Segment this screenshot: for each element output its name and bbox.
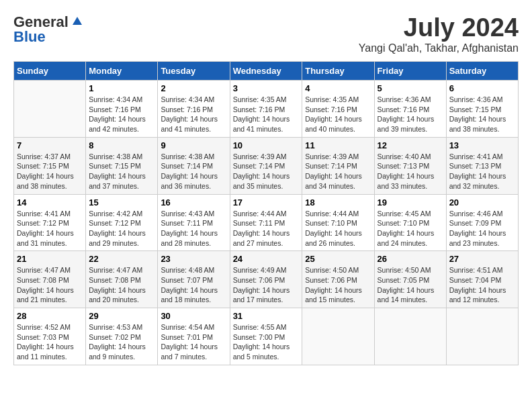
calendar-header-sunday: Sunday [14, 62, 86, 81]
day-number: 27 [449, 254, 515, 264]
day-detail: Sunrise: 4:48 AM Sunset: 7:07 PM Dayligh… [161, 265, 226, 305]
calendar-cell: 11Sunrise: 4:39 AM Sunset: 7:14 PM Dayli… [302, 137, 374, 194]
day-number: 6 [449, 83, 515, 93]
calendar-cell: 14Sunrise: 4:41 AM Sunset: 7:12 PM Dayli… [14, 194, 86, 251]
day-detail: Sunrise: 4:50 AM Sunset: 7:06 PM Dayligh… [305, 265, 371, 305]
day-number: 21 [17, 254, 83, 264]
calendar-cell [14, 81, 86, 138]
day-detail: Sunrise: 4:35 AM Sunset: 7:16 PM Dayligh… [305, 95, 371, 134]
calendar-cell: 24Sunrise: 4:49 AM Sunset: 7:06 PM Dayli… [230, 251, 302, 308]
day-number: 11 [305, 140, 371, 150]
day-detail: Sunrise: 4:44 AM Sunset: 7:10 PM Dayligh… [305, 209, 371, 248]
day-detail: Sunrise: 4:35 AM Sunset: 7:16 PM Dayligh… [233, 95, 300, 134]
calendar-cell: 23Sunrise: 4:48 AM Sunset: 7:07 PM Dayli… [158, 251, 230, 308]
day-number: 30 [161, 311, 226, 321]
day-detail: Sunrise: 4:51 AM Sunset: 7:04 PM Dayligh… [449, 265, 515, 305]
calendar-week-row: 21Sunrise: 4:47 AM Sunset: 7:08 PM Dayli… [14, 251, 519, 308]
day-number: 17 [233, 197, 300, 208]
calendar-cell: 17Sunrise: 4:44 AM Sunset: 7:11 PM Dayli… [230, 194, 302, 251]
day-number: 31 [233, 311, 300, 321]
calendar-cell: 9Sunrise: 4:38 AM Sunset: 7:14 PM Daylig… [158, 137, 230, 194]
day-number: 7 [17, 140, 83, 150]
day-number: 23 [161, 254, 226, 264]
day-detail: Sunrise: 4:38 AM Sunset: 7:14 PM Dayligh… [161, 152, 226, 191]
day-number: 24 [233, 254, 300, 264]
day-detail: Sunrise: 4:34 AM Sunset: 7:16 PM Dayligh… [161, 95, 226, 134]
day-number: 29 [89, 311, 154, 321]
day-detail: Sunrise: 4:42 AM Sunset: 7:12 PM Dayligh… [89, 209, 154, 248]
calendar-cell: 22Sunrise: 4:47 AM Sunset: 7:08 PM Dayli… [86, 251, 158, 308]
calendar-week-row: 28Sunrise: 4:52 AM Sunset: 7:03 PM Dayli… [14, 308, 519, 365]
calendar-week-row: 1Sunrise: 4:34 AM Sunset: 7:16 PM Daylig… [14, 81, 519, 138]
calendar-cell: 3Sunrise: 4:35 AM Sunset: 7:16 PM Daylig… [230, 81, 302, 138]
day-number: 26 [378, 254, 443, 264]
calendar-cell: 30Sunrise: 4:54 AM Sunset: 7:01 PM Dayli… [158, 308, 230, 365]
day-number: 16 [161, 197, 226, 208]
day-number: 3 [233, 83, 300, 93]
calendar-cell: 7Sunrise: 4:37 AM Sunset: 7:15 PM Daylig… [14, 137, 86, 194]
day-number: 18 [305, 197, 371, 208]
day-detail: Sunrise: 4:38 AM Sunset: 7:15 PM Dayligh… [89, 152, 154, 191]
calendar-cell [446, 308, 518, 365]
day-detail: Sunrise: 4:36 AM Sunset: 7:15 PM Dayligh… [449, 95, 515, 134]
day-detail: Sunrise: 4:41 AM Sunset: 7:12 PM Dayligh… [17, 209, 83, 248]
day-detail: Sunrise: 4:53 AM Sunset: 7:02 PM Dayligh… [89, 322, 154, 362]
calendar-cell: 31Sunrise: 4:55 AM Sunset: 7:00 PM Dayli… [230, 308, 302, 365]
logo-arrow-icon [71, 15, 83, 30]
day-number: 14 [17, 197, 83, 208]
day-detail: Sunrise: 4:34 AM Sunset: 7:16 PM Dayligh… [89, 95, 154, 134]
day-detail: Sunrise: 4:47 AM Sunset: 7:08 PM Dayligh… [89, 265, 154, 305]
calendar-cell: 6Sunrise: 4:36 AM Sunset: 7:15 PM Daylig… [446, 81, 518, 138]
calendar-cell: 4Sunrise: 4:35 AM Sunset: 7:16 PM Daylig… [302, 81, 374, 138]
calendar-cell: 26Sunrise: 4:50 AM Sunset: 7:05 PM Dayli… [374, 251, 446, 308]
day-detail: Sunrise: 4:41 AM Sunset: 7:13 PM Dayligh… [449, 152, 515, 191]
title-section: July 2024 Yangi Qal'ah, Takhar, Afghanis… [359, 13, 519, 54]
calendar-cell: 28Sunrise: 4:52 AM Sunset: 7:03 PM Dayli… [14, 308, 86, 365]
logo: General Blue [13, 13, 83, 46]
day-number: 12 [378, 140, 443, 150]
day-detail: Sunrise: 4:39 AM Sunset: 7:14 PM Dayligh… [305, 152, 371, 191]
day-detail: Sunrise: 4:45 AM Sunset: 7:10 PM Dayligh… [378, 209, 443, 248]
day-number: 19 [378, 197, 443, 208]
day-detail: Sunrise: 4:46 AM Sunset: 7:09 PM Dayligh… [449, 209, 515, 248]
day-detail: Sunrise: 4:36 AM Sunset: 7:16 PM Dayligh… [378, 95, 443, 134]
calendar-header-monday: Monday [86, 62, 158, 81]
calendar-cell: 10Sunrise: 4:39 AM Sunset: 7:14 PM Dayli… [230, 137, 302, 194]
calendar-cell: 29Sunrise: 4:53 AM Sunset: 7:02 PM Dayli… [86, 308, 158, 365]
calendar-cell: 20Sunrise: 4:46 AM Sunset: 7:09 PM Dayli… [446, 194, 518, 251]
svg-marker-0 [73, 17, 82, 25]
calendar-cell: 16Sunrise: 4:43 AM Sunset: 7:11 PM Dayli… [158, 194, 230, 251]
page-header: General Blue July 2024 Yangi Qal'ah, Tak… [13, 13, 519, 54]
calendar-cell: 18Sunrise: 4:44 AM Sunset: 7:10 PM Dayli… [302, 194, 374, 251]
month-title: July 2024 [359, 13, 519, 42]
calendar-cell: 5Sunrise: 4:36 AM Sunset: 7:16 PM Daylig… [374, 81, 446, 138]
location-text: Yangi Qal'ah, Takhar, Afghanistan [359, 42, 519, 54]
day-number: 15 [89, 197, 154, 208]
logo-blue-text: Blue [13, 28, 46, 46]
calendar-cell: 2Sunrise: 4:34 AM Sunset: 7:16 PM Daylig… [158, 81, 230, 138]
day-number: 2 [161, 83, 226, 93]
calendar-cell: 15Sunrise: 4:42 AM Sunset: 7:12 PM Dayli… [86, 194, 158, 251]
calendar-cell: 19Sunrise: 4:45 AM Sunset: 7:10 PM Dayli… [374, 194, 446, 251]
calendar-header-row: SundayMondayTuesdayWednesdayThursdayFrid… [14, 62, 519, 81]
day-detail: Sunrise: 4:50 AM Sunset: 7:05 PM Dayligh… [378, 265, 443, 305]
day-number: 20 [449, 197, 515, 208]
day-detail: Sunrise: 4:40 AM Sunset: 7:13 PM Dayligh… [378, 152, 443, 191]
calendar-cell [374, 308, 446, 365]
day-detail: Sunrise: 4:47 AM Sunset: 7:08 PM Dayligh… [17, 265, 83, 305]
calendar-cell: 8Sunrise: 4:38 AM Sunset: 7:15 PM Daylig… [86, 137, 158, 194]
day-detail: Sunrise: 4:55 AM Sunset: 7:00 PM Dayligh… [233, 322, 300, 362]
calendar-header-tuesday: Tuesday [158, 62, 230, 81]
day-detail: Sunrise: 4:39 AM Sunset: 7:14 PM Dayligh… [233, 152, 300, 191]
calendar-header-thursday: Thursday [302, 62, 374, 81]
day-detail: Sunrise: 4:52 AM Sunset: 7:03 PM Dayligh… [17, 322, 83, 362]
calendar-cell: 13Sunrise: 4:41 AM Sunset: 7:13 PM Dayli… [446, 137, 518, 194]
day-number: 4 [305, 83, 371, 93]
calendar-week-row: 7Sunrise: 4:37 AM Sunset: 7:15 PM Daylig… [14, 137, 519, 194]
calendar-cell: 12Sunrise: 4:40 AM Sunset: 7:13 PM Dayli… [374, 137, 446, 194]
day-number: 28 [17, 311, 83, 321]
day-detail: Sunrise: 4:37 AM Sunset: 7:15 PM Dayligh… [17, 152, 83, 191]
day-detail: Sunrise: 4:43 AM Sunset: 7:11 PM Dayligh… [161, 209, 226, 248]
day-number: 25 [305, 254, 371, 264]
calendar-cell: 27Sunrise: 4:51 AM Sunset: 7:04 PM Dayli… [446, 251, 518, 308]
